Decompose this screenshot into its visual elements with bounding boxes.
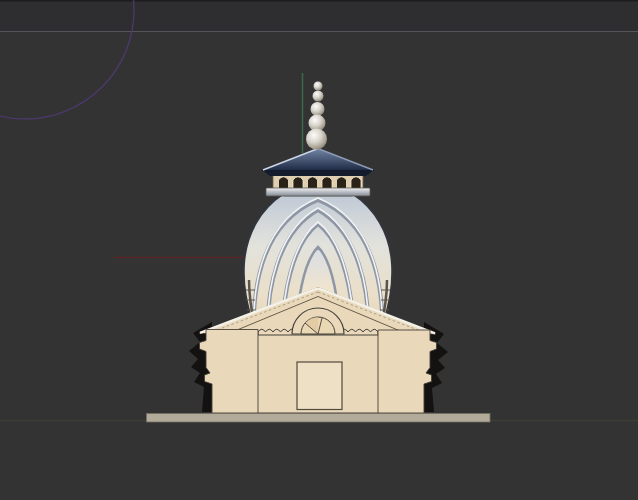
viewport-top-strip: [0, 0, 638, 31]
finial-sphere-3: [311, 102, 325, 116]
viewport-top-edge: [0, 0, 638, 2]
viewport[interactable]: [0, 0, 638, 500]
pavilion-ledge: [266, 188, 370, 196]
base-platform: [147, 414, 491, 423]
door: [297, 362, 342, 410]
finial-sphere-1: [314, 82, 323, 91]
finial-sphere-5: [306, 129, 327, 150]
finial-sphere-2: [313, 91, 324, 102]
viewport-canvas[interactable]: [0, 0, 638, 500]
